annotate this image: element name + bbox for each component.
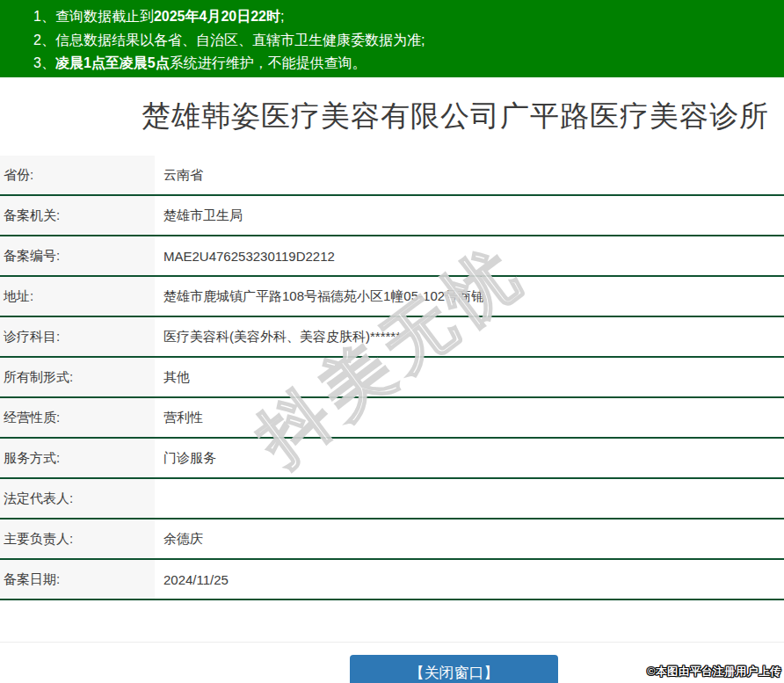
notice-text-bold: 2025年4月20日22时: [154, 9, 280, 24]
row-value: 门诊服务: [155, 439, 784, 477]
notice-text: 系统进行维护，不能提供查询。: [170, 55, 367, 70]
row-label: 服务方式:: [0, 439, 155, 477]
table-row-ownership-form: 所有制形式: 其他: [0, 358, 784, 398]
row-label: 备案日期:: [0, 560, 155, 599]
row-value: 楚雄市卫生局: [155, 196, 784, 235]
table-row-address: 地址: 楚雄市鹿城镇广平路108号福德苑小区1幢05-102号商铺: [0, 277, 784, 317]
close-window-button[interactable]: 【关闭窗口】: [350, 655, 558, 683]
notice-text: 查询数据截止到: [55, 9, 154, 24]
row-label: 主要负责人:: [0, 520, 155, 558]
table-row-main-person-in-charge: 主要负责人: 余德庆: [0, 520, 784, 560]
row-label: 地址:: [0, 277, 155, 316]
row-label: 备案编号:: [0, 236, 155, 275]
notice-line-3: 3、凌晨1点至凌晨5点系统进行维护，不能提供查询。: [33, 52, 775, 76]
row-label: 法定代表人:: [0, 479, 155, 518]
row-label: 诊疗科目:: [0, 317, 155, 356]
row-label: 所有制形式:: [0, 358, 155, 396]
table-row-service-mode: 服务方式: 门诊服务: [0, 439, 784, 479]
notice-text-bold: 凌晨1点至凌晨5点: [55, 55, 170, 70]
table-row-diagnosis-subjects: 诊疗科目: 医疗美容科(美容外科、美容皮肤科)******: [0, 317, 784, 358]
row-value: [155, 479, 784, 518]
notice-text: 信息数据结果以各省、自治区、直辖市卫生健康委数据为准;: [55, 33, 425, 47]
row-label: 备案机关:: [0, 196, 155, 235]
table-row-filing-authority: 备案机关: 楚雄市卫生局: [0, 196, 784, 236]
row-value: MAE2U476253230119D2212: [155, 236, 784, 275]
row-value: 余德庆: [155, 520, 784, 558]
table-row-business-nature: 经营性质: 营利性: [0, 398, 784, 439]
footer-divider: [0, 642, 784, 643]
table-row-province: 省份: 云南省: [0, 156, 784, 196]
row-label: 经营性质:: [0, 398, 155, 437]
notice-line-1: 1、查询数据截止到2025年4月20日22时;: [33, 5, 775, 29]
row-label: 省份:: [0, 156, 155, 194]
row-value: 2024/11/25: [155, 560, 784, 599]
notice-number: 1、: [33, 9, 55, 24]
notice-number: 2、: [33, 33, 55, 47]
copyright-stamp: ©本图由平台注册用户上传: [647, 665, 781, 679]
row-value: 其他: [155, 358, 784, 396]
notice-line-2: 2、信息数据结果以各省、自治区、直辖市卫生健康委数据为准;: [33, 29, 775, 53]
row-value: 医疗美容科(美容外科、美容皮肤科)******: [155, 317, 784, 356]
table-row-filing-date: 备案日期: 2024/11/25: [0, 560, 784, 600]
row-value: 云南省: [155, 156, 784, 194]
notice-text: ;: [280, 9, 284, 24]
notice-banner: 1、查询数据截止到2025年4月20日22时; 2、信息数据结果以各省、自治区、…: [0, 0, 784, 77]
table-row-filing-number: 备案编号: MAE2U476253230119D2212: [0, 236, 784, 277]
row-value: 营利性: [155, 398, 784, 437]
record-table: 省份: 云南省 备案机关: 楚雄市卫生局 备案编号: MAE2U47625323…: [0, 156, 784, 600]
table-row-legal-representative: 法定代表人:: [0, 479, 784, 520]
notice-number: 3、: [33, 55, 55, 70]
row-value: 楚雄市鹿城镇广平路108号福德苑小区1幢05-102号商铺: [155, 277, 784, 316]
page-title: 楚雄韩姿医疗美容有限公司广平路医疗美容诊所: [142, 97, 769, 136]
title-area: 楚雄韩姿医疗美容有限公司广平路医疗美容诊所: [0, 77, 784, 156]
